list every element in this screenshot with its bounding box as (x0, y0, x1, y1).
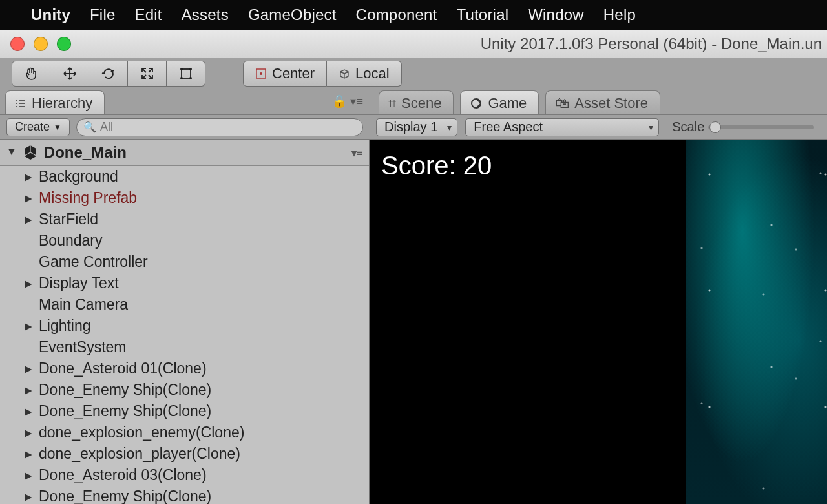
game-view-controls: Display 1 Free Aspect Scale (370, 115, 827, 139)
hierarchy-item[interactable]: ▶done_explosion_player(Clone) (0, 443, 369, 465)
unity-toolbar: Center Local (0, 58, 827, 89)
rotate-tool-button[interactable] (89, 61, 128, 87)
center-icon (255, 68, 267, 79)
svg-rect-0 (182, 69, 191, 78)
hierarchy-item[interactable]: ▶Missing Prefab (0, 187, 369, 209)
tab-scene-label: Scene (401, 95, 441, 112)
menu-component[interactable]: Component (356, 6, 437, 24)
disclosure-triangle-icon[interactable]: ▶ (23, 320, 34, 332)
hierarchy-item[interactable]: ▶StarField (0, 209, 369, 230)
scale-slider[interactable] (708, 125, 814, 129)
hierarchy-item[interactable]: ▶Background (0, 166, 369, 187)
aspect-dropdown[interactable]: Free Aspect (465, 118, 659, 136)
minimize-window-button[interactable] (34, 37, 48, 51)
hierarchy-item-label: done_explosion_enemy(Clone) (39, 424, 244, 441)
hierarchy-item[interactable]: ▶Done_Enemy Ship(Clone) (0, 379, 369, 401)
list-icon (15, 99, 26, 108)
rect-icon (178, 66, 194, 81)
svg-point-3 (180, 77, 183, 79)
hierarchy-item[interactable]: ▶Display Text (0, 273, 369, 294)
hierarchy-search[interactable]: 🔍 (76, 118, 363, 136)
display-dropdown[interactable]: Display 1 (376, 118, 457, 136)
zoom-window-button[interactable] (57, 37, 71, 51)
menu-window[interactable]: Window (528, 6, 584, 24)
panel-tabs-row: Hierarchy 🔓 ▾≡ ⌗ Scene Game 🛍 Asset Stor… (0, 89, 827, 115)
disclosure-triangle-icon[interactable]: ▶ (23, 448, 34, 460)
close-window-button[interactable] (10, 37, 25, 51)
sub-controls-row: Create ▼ 🔍 Display 1 Free Aspect Scale (0, 115, 827, 140)
disclosure-triangle-icon[interactable]: ▶ (23, 470, 34, 481)
hierarchy-item[interactable]: ▶Done_Asteroid 01(Clone) (0, 358, 369, 379)
menu-app[interactable]: Unity (31, 6, 70, 24)
menu-assets[interactable]: Assets (182, 6, 229, 24)
hierarchy-item[interactable]: ▶Done_Enemy Ship(Clone) (0, 486, 369, 504)
hierarchy-item-label: Display Text (39, 275, 119, 292)
menu-gameobject[interactable]: GameObject (248, 6, 337, 24)
pivot-center-button[interactable]: Center (243, 61, 327, 87)
scene-backdrop (686, 140, 827, 504)
hand-icon (23, 66, 39, 81)
hierarchy-item[interactable]: ▶Boundary (0, 230, 369, 251)
grid-icon: ⌗ (388, 95, 396, 112)
tab-scene[interactable]: ⌗ Scene (379, 90, 454, 114)
hierarchy-item-label: Background (39, 168, 118, 185)
disclosure-triangle-icon[interactable]: ▶ (23, 171, 34, 183)
cube-icon (339, 68, 350, 79)
disclosure-triangle-icon[interactable]: ▼ (6, 146, 17, 158)
left-tabs: Hierarchy 🔓 ▾≡ (0, 89, 370, 114)
scale-tool-button[interactable] (128, 61, 167, 87)
hierarchy-item[interactable]: ▶done_explosion_enemy(Clone) (0, 422, 369, 443)
hierarchy-item[interactable]: ▶Lighting (0, 315, 369, 337)
hierarchy-controls: Create ▼ 🔍 (0, 115, 370, 139)
disclosure-triangle-icon[interactable]: ▶ (23, 193, 34, 204)
menu-help[interactable]: Help (603, 6, 636, 24)
disclosure-triangle-icon[interactable]: ▶ (23, 278, 34, 289)
move-tool-button[interactable] (50, 61, 89, 87)
tab-game[interactable]: Game (460, 90, 539, 114)
hierarchy-item-label: Done_Enemy Ship(Clone) (39, 381, 211, 399)
disclosure-triangle-icon[interactable]: ▶ (23, 363, 34, 375)
window-title: Unity 2017.1.0f3 Personal (64bit) - Done… (0, 35, 827, 53)
rect-tool-button[interactable] (167, 61, 205, 87)
space-local-button[interactable]: Local (327, 61, 402, 87)
hierarchy-item[interactable]: ▶Done_Asteroid 03(Clone) (0, 465, 369, 486)
create-label: Create (15, 120, 50, 134)
hierarchy-create-button[interactable]: Create ▼ (6, 118, 70, 136)
pivot-space-toggle: Center Local (243, 61, 402, 87)
hierarchy-item-label: done_explosion_player(Clone) (39, 445, 240, 463)
hierarchy-item[interactable]: ▶EventSystem (0, 337, 369, 358)
aspect-value: Free Aspect (474, 120, 543, 134)
hierarchy-item[interactable]: ▶Main Camera (0, 294, 369, 315)
menu-tutorial[interactable]: Tutorial (456, 6, 508, 24)
tab-hierarchy[interactable]: Hierarchy (5, 90, 105, 114)
hand-tool-button[interactable] (12, 61, 50, 87)
rotate-icon (101, 66, 116, 81)
menu-file[interactable]: File (90, 6, 115, 24)
panel-lock[interactable]: 🔓 ▾≡ (332, 94, 363, 109)
hierarchy-item-label: Game Controller (39, 253, 148, 271)
disclosure-triangle-icon[interactable]: ▶ (23, 214, 34, 226)
scene-menu-icon[interactable]: ▾≡ (351, 147, 362, 159)
hierarchy-item-label: Missing Prefab (39, 189, 137, 207)
bag-icon: 🛍 (555, 95, 569, 112)
game-viewport[interactable]: Score: 20 (370, 140, 686, 504)
hierarchy-item[interactable]: ▶Game Controller (0, 251, 369, 273)
hierarchy-search-input[interactable] (100, 120, 356, 134)
tab-game-label: Game (488, 95, 527, 112)
disclosure-triangle-icon[interactable]: ▶ (23, 427, 34, 439)
space-local-label: Local (355, 65, 390, 82)
hierarchy-item-label: Boundary (39, 232, 102, 249)
unity-logo-icon (22, 144, 39, 161)
scene-row[interactable]: ▼ Done_Main ▾≡ (0, 140, 369, 166)
main-area: ▼ Done_Main ▾≡ ▶Background▶Missing Prefa… (0, 140, 827, 504)
hierarchy-item-label: Main Camera (39, 296, 128, 313)
disclosure-triangle-icon[interactable]: ▶ (23, 384, 34, 396)
disclosure-triangle-icon[interactable]: ▶ (23, 491, 34, 503)
menu-edit[interactable]: Edit (134, 6, 162, 24)
hierarchy-item[interactable]: ▶Done_Enemy Ship(Clone) (0, 401, 369, 422)
panel-menu-icon: ▾≡ (350, 94, 363, 109)
disclosure-triangle-icon[interactable]: ▶ (23, 406, 34, 417)
slider-thumb[interactable] (709, 121, 721, 133)
score-text: Score: 20 (381, 151, 492, 180)
tab-asset-store[interactable]: 🛍 Asset Store (545, 90, 660, 114)
